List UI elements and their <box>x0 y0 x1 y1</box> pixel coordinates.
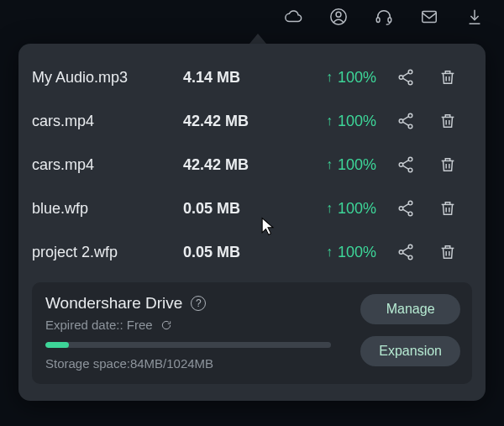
svg-point-14 <box>408 201 412 205</box>
panel-caret <box>249 34 266 44</box>
svg-point-11 <box>408 157 412 161</box>
svg-point-8 <box>408 113 412 118</box>
file-progress: ↑100% <box>292 156 376 174</box>
svg-point-12 <box>399 163 403 167</box>
trash-icon[interactable] <box>435 239 460 265</box>
support-icon[interactable] <box>375 8 393 26</box>
file-row: blue.wfp 0.05 MB ↑100% <box>32 187 472 230</box>
file-size: 0.05 MB <box>183 244 284 261</box>
svg-point-7 <box>408 81 412 85</box>
upload-arrow-icon: ↑ <box>326 157 333 172</box>
drive-expired-label: Expired date:: Free <box>45 318 153 332</box>
file-progress: ↑100% <box>292 200 376 218</box>
svg-point-19 <box>408 255 412 260</box>
svg-point-1 <box>336 12 341 17</box>
share-icon[interactable] <box>393 108 418 134</box>
svg-point-10 <box>408 124 412 129</box>
upload-arrow-icon: ↑ <box>326 113 333 129</box>
file-row: project 2.wfp 0.05 MB ↑100% <box>32 230 472 274</box>
share-icon[interactable] <box>393 239 418 265</box>
file-progress: ↑100% <box>292 69 376 87</box>
file-progress: ↑100% <box>292 244 376 261</box>
file-size: 42.42 MB <box>183 156 284 174</box>
file-size: 42.42 MB <box>183 113 284 130</box>
file-name: cars.mp4 <box>32 156 175 174</box>
file-name: My Audio.mp3 <box>32 69 175 87</box>
svg-point-9 <box>399 119 403 124</box>
upload-arrow-icon: ↑ <box>326 70 333 85</box>
trash-icon[interactable] <box>435 108 460 134</box>
share-icon[interactable] <box>393 152 418 177</box>
share-icon[interactable] <box>393 196 418 221</box>
trash-icon[interactable] <box>435 65 460 90</box>
storage-progress-track <box>45 342 331 348</box>
account-icon[interactable] <box>329 8 348 26</box>
file-row: cars.mp4 42.42 MB ↑100% <box>32 143 472 187</box>
file-progress: ↑100% <box>292 113 376 130</box>
upload-arrow-icon: ↑ <box>326 245 333 260</box>
share-icon[interactable] <box>393 65 418 90</box>
svg-point-6 <box>399 76 403 80</box>
storage-progress-fill <box>45 342 69 348</box>
trash-icon[interactable] <box>435 152 460 177</box>
drive-title: Wondershare Drive <box>45 294 182 313</box>
svg-point-16 <box>408 212 412 216</box>
svg-point-5 <box>408 70 412 74</box>
file-name: project 2.wfp <box>32 244 175 261</box>
file-row: cars.mp4 42.42 MB ↑100% <box>32 99 472 143</box>
download-icon[interactable] <box>465 8 484 26</box>
file-name: blue.wfp <box>32 200 175 218</box>
file-size: 4.14 MB <box>183 69 284 87</box>
cloud-panel: My Audio.mp3 4.14 MB ↑100% cars.mp4 42.4… <box>18 44 486 401</box>
manage-button[interactable]: Manage <box>360 294 460 324</box>
upload-arrow-icon: ↑ <box>326 201 333 216</box>
refresh-icon[interactable] <box>160 318 173 332</box>
drive-section: Wondershare Drive ? Expired date:: Free … <box>32 282 472 384</box>
file-name: cars.mp4 <box>32 113 175 130</box>
svg-point-17 <box>408 245 412 249</box>
top-toolbar <box>0 0 504 34</box>
svg-rect-4 <box>423 12 437 23</box>
svg-point-18 <box>399 250 403 255</box>
help-icon[interactable]: ? <box>191 296 206 311</box>
mail-icon[interactable] <box>420 8 438 26</box>
cloud-icon[interactable] <box>284 8 302 26</box>
file-size: 0.05 MB <box>183 200 284 218</box>
expansion-button[interactable]: Expansion <box>360 336 460 366</box>
file-row: My Audio.mp3 4.14 MB ↑100% <box>32 55 472 99</box>
svg-point-15 <box>399 207 403 211</box>
trash-icon[interactable] <box>435 196 460 221</box>
svg-point-13 <box>408 168 412 172</box>
